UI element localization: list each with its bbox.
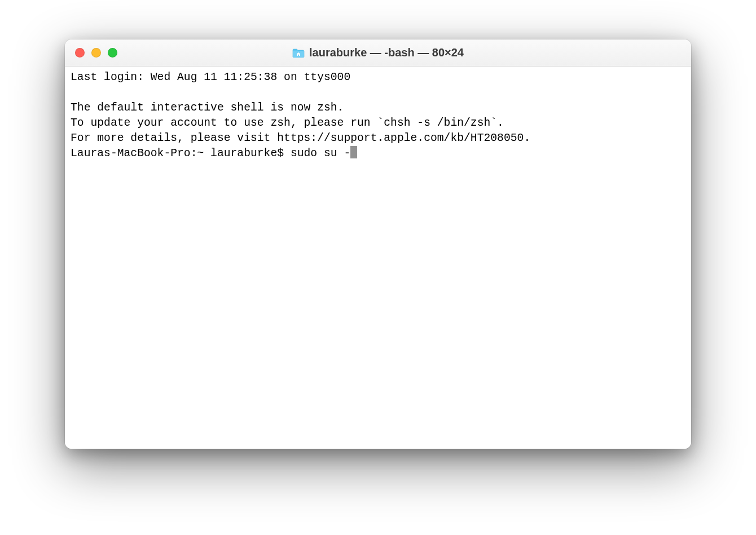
minimize-button[interactable] — [91, 48, 101, 58]
traffic-lights — [65, 48, 117, 58]
close-button[interactable] — [75, 48, 85, 58]
home-folder-icon — [292, 48, 305, 58]
title-center: lauraburke — -bash — 80×24 — [65, 46, 691, 59]
terminal-prompt: Lauras-MacBook-Pro:~ lauraburke$ — [71, 147, 291, 160]
maximize-button[interactable] — [108, 48, 117, 58]
terminal-line: To update your account to use zsh, pleas… — [71, 117, 504, 129]
terminal-line: The default interactive shell is now zsh… — [71, 101, 344, 114]
terminal-line: Last login: Wed Aug 11 11:25:38 on ttys0… — [71, 71, 350, 83]
terminal-command-input[interactable]: sudo su - — [291, 147, 350, 160]
terminal-content[interactable]: Last login: Wed Aug 11 11:25:38 on ttys0… — [65, 67, 691, 449]
terminal-cursor — [350, 146, 357, 158]
terminal-window: lauraburke — -bash — 80×24 Last login: W… — [65, 39, 691, 449]
terminal-line: For more details, please visit https://s… — [71, 132, 530, 144]
window-title: lauraburke — -bash — 80×24 — [309, 46, 464, 59]
window-titlebar[interactable]: lauraburke — -bash — 80×24 — [65, 39, 691, 67]
